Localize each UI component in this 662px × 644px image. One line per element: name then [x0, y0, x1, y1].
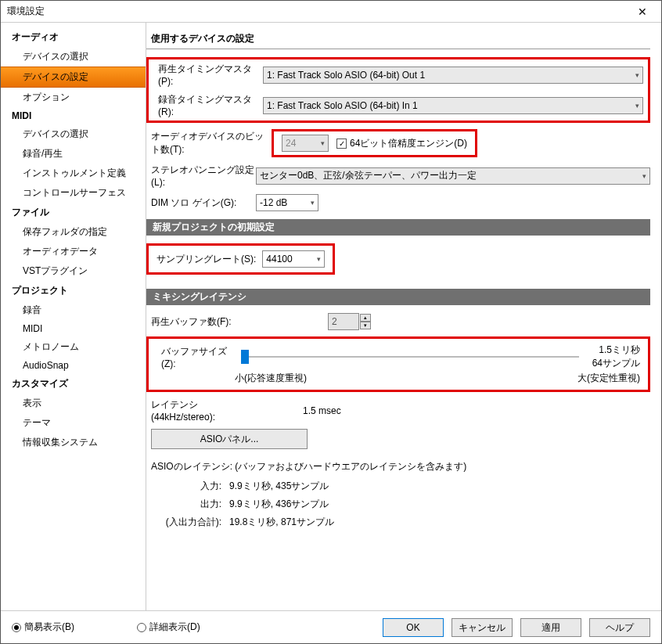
latency-out-value: 9.9ミリ秒, 436サンプル	[229, 498, 329, 511]
record-master-select[interactable]: 1: Fast Track Solo ASIO (64-bit) In 1 ▾	[263, 97, 643, 114]
window-title: 環境設定	[7, 5, 630, 18]
sidebar-item-device-select[interactable]: デバイスの選択	[1, 47, 146, 67]
sidebar-cat-midi: MIDI	[1, 107, 146, 124]
sidebar-item-theme[interactable]: テーマ	[1, 413, 146, 433]
panning-label: ステレオパンニング設定(L):	[146, 164, 256, 188]
sidebar-item-metronome[interactable]: メトロノーム	[1, 337, 146, 357]
latency-in-value: 9.9ミリ秒, 435サンプル	[229, 480, 329, 493]
chevron-down-icon: ▾	[635, 102, 639, 110]
ok-button[interactable]: OK	[383, 618, 444, 637]
detail-view-radio[interactable]: 詳細表示(D)	[137, 621, 200, 634]
dim-value: -12 dB	[260, 197, 287, 208]
titlebar: 環境設定 ✕	[1, 1, 661, 23]
bufsize-small-label: 小(応答速度重視)	[235, 372, 307, 385]
asio-panel-button[interactable]: ASIOパネル...	[151, 429, 308, 449]
buffers-label: 再生バッファ数(F):	[146, 315, 256, 329]
dim-select[interactable]: -12 dB ▾	[256, 194, 318, 211]
sidebar-cat-file: ファイル	[1, 203, 146, 222]
playback-master-select[interactable]: 1: Fast Track Solo ASIO (64-bit) Out 1 ▾	[263, 67, 643, 84]
latency-label: レイテンシ(44kHz/stereo):	[146, 398, 256, 423]
dim-label: DIM ソロ ゲイン(G):	[146, 196, 256, 210]
bufsize-slider[interactable]	[241, 356, 579, 358]
panning-value: センター0dB、正弦/余弦テーパー、パワー出力一定	[260, 169, 477, 182]
buffers-spinner: ▴ ▾	[328, 313, 371, 330]
sidebar-item-savefolder[interactable]: 保存フォルダの指定	[1, 222, 146, 242]
latency-value: 1.5 msec	[303, 405, 341, 416]
simple-view-label: 簡易表示(B)	[24, 621, 74, 634]
sidebar-item-analytics[interactable]: 情報収集システム	[1, 433, 146, 452]
apply-button[interactable]: 適用	[520, 618, 581, 637]
sidebar-item-device-settings[interactable]: デバイスの設定	[1, 67, 146, 88]
sidebar-item-display[interactable]: 表示	[1, 394, 146, 413]
help-button[interactable]: ヘルプ	[589, 618, 650, 637]
sidebar-item-audiodata[interactable]: オーディオデータ	[1, 242, 146, 261]
radio-icon	[137, 623, 146, 632]
bitdepth-select: 24 ▾	[282, 135, 329, 152]
bufsize-label: バッファサイズ(Z):	[157, 345, 235, 369]
simple-view-radio[interactable]: 簡易表示(B)	[12, 621, 74, 634]
engine64-label: 64ビット倍精度エンジン(D)	[350, 137, 467, 150]
engine64-checkbox[interactable]: ✓ 64ビット倍精度エンジン(D)	[336, 137, 467, 150]
detail-view-label: 詳細表示(D)	[149, 621, 200, 634]
chevron-down-icon: ▾	[311, 199, 315, 207]
page-heading: 使用するデバイスの設定	[146, 29, 650, 49]
playback-master-label: 再生タイミングマスタ(P):	[153, 63, 263, 87]
sidebar-item-options[interactable]: オプション	[1, 88, 146, 107]
sidebar-item-audiosnap[interactable]: AudioSnap	[1, 357, 146, 374]
panning-select[interactable]: センター0dB、正弦/余弦テーパー、パワー出力一定 ▾	[256, 167, 650, 185]
sidebar: オーディオ デバイスの選択 デバイスの設定 オプション MIDI デバイスの選択…	[1, 23, 146, 610]
sidebar-item-midi-device[interactable]: デバイスの選択	[1, 124, 146, 144]
bufsize-samples: 64サンプル	[585, 357, 640, 370]
record-master-value: 1: Fast Track Solo ASIO (64-bit) In 1	[267, 100, 418, 111]
record-master-label: 録音タイミングマスタ(R):	[153, 93, 263, 117]
chevron-down-icon: ▾	[635, 71, 639, 79]
playback-master-value: 1: Fast Track Solo ASIO (64-bit) Out 1	[267, 70, 425, 81]
buffers-value	[328, 313, 359, 330]
chevron-down-icon: ▾	[321, 139, 325, 147]
latency-total-value: 19.8ミリ秒, 871サンプル	[229, 516, 334, 529]
highlight-timing-master: 再生タイミングマスタ(P): 1: Fast Track Solo ASIO (…	[146, 57, 650, 123]
chevron-down-icon: ▾	[317, 255, 321, 263]
bufsize-large-label: 大(安定性重視)	[577, 372, 640, 385]
samplerate-value: 44100	[266, 254, 292, 264]
cancel-button[interactable]: キャンセル	[452, 618, 513, 637]
close-icon[interactable]: ✕	[630, 5, 655, 18]
spinner-up-icon: ▴	[360, 314, 371, 322]
bitdepth-value: 24	[286, 138, 296, 149]
sidebar-item-recplay[interactable]: 録音/再生	[1, 144, 146, 164]
newproject-bar: 新規プロジェクトの初期設定	[146, 219, 650, 236]
checkbox-icon: ✓	[336, 139, 347, 149]
bitdepth-label: オーディオデバイスのビット数(T):	[146, 130, 272, 157]
asio-latency-label: ASIOのレイテンシ: (バッファおよびハードウエアのレイテンシを含みます)	[146, 460, 650, 473]
sidebar-item-controlsurface[interactable]: コントロールサーフェス	[1, 183, 146, 203]
chevron-down-icon: ▾	[642, 172, 646, 180]
samplerate-label: サンプリングレート(S):	[157, 253, 256, 266]
sidebar-item-record[interactable]: 録音	[1, 300, 146, 320]
bufsize-ms: 1.5ミリ秒	[585, 344, 640, 357]
spinner-down-icon: ▾	[360, 322, 371, 329]
sidebar-item-midi2[interactable]: MIDI	[1, 320, 146, 337]
sidebar-item-vst[interactable]: VSTプラグイン	[1, 261, 146, 281]
latency-total-label: (入出力合計):	[151, 516, 229, 529]
sidebar-cat-project: プロジェクト	[1, 281, 146, 300]
latency-in-label: 入力:	[151, 480, 229, 493]
slider-thumb[interactable]	[241, 350, 249, 364]
mixing-bar: ミキシングレイテンシ	[146, 289, 650, 305]
footer: 簡易表示(B) 詳細表示(D) OK キャンセル 適用 ヘルプ	[1, 610, 661, 643]
sidebar-item-instrument[interactable]: インストゥルメント定義	[1, 164, 146, 183]
radio-icon	[12, 623, 21, 632]
samplerate-select[interactable]: 44100 ▾	[262, 250, 325, 268]
latency-out-label: 出力:	[151, 498, 229, 511]
sidebar-cat-audio: オーディオ	[1, 27, 146, 47]
sidebar-cat-customize: カスタマイズ	[1, 374, 146, 394]
